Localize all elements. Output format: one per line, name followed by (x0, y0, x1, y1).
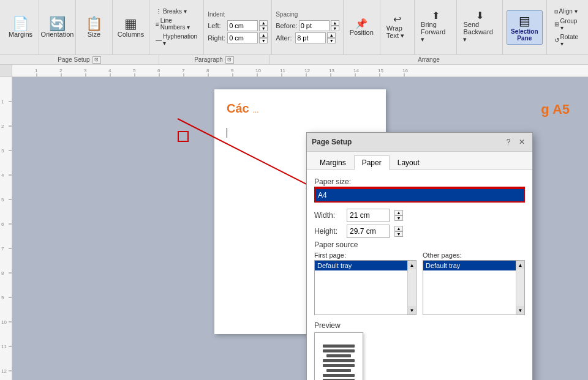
columns-button[interactable]: ▦ Columns (115, 16, 146, 39)
other-pages-scrollbar[interactable]: ▲ ▼ (516, 261, 524, 315)
first-page-scroll-up[interactable]: ▲ (408, 261, 416, 269)
spacing-after-spinner[interactable]: ▲ ▼ (327, 32, 336, 43)
hyphenation-button[interactable]: — Hyphenation ▾ (153, 32, 200, 47)
preview-line-6 (326, 369, 351, 372)
orientation-button[interactable]: 🔄 Orientation (39, 16, 77, 39)
width-up[interactable]: ▲ (394, 210, 403, 215)
tab-paper[interactable]: Paper (354, 155, 390, 170)
svg-text:13: 13 (329, 68, 334, 73)
spacing-before-down[interactable]: ▼ (331, 26, 339, 31)
position-label: Position (350, 29, 374, 36)
position-section: 📌 Position (344, 0, 380, 54)
selection-pane-button[interactable]: ▤ Selection Pane (507, 10, 542, 45)
indent-left-input[interactable] (227, 20, 258, 31)
spacing-before-input[interactable] (299, 20, 330, 31)
svg-text:1: 1 (1, 99, 4, 105)
first-page-listbox[interactable]: Default tray ▲ ▼ (314, 260, 417, 315)
paper-size-select-wrapper: A4 A3 A5 Letter Legal (314, 188, 525, 203)
rotate-button[interactable]: ↺ Rotate ▾ (552, 33, 581, 48)
spacing-before-spinner[interactable]: ▲ ▼ (331, 20, 339, 31)
dialog-help-button[interactable]: ? (503, 136, 514, 147)
other-pages-scroll-down[interactable]: ▼ (516, 306, 524, 315)
paper-size-select[interactable]: A4 A3 A5 Letter Legal (314, 188, 525, 203)
other-pages-scroll-up[interactable]: ▲ (516, 261, 524, 269)
height-row: Height: ▲ ▼ (314, 225, 525, 238)
svg-text:11: 11 (1, 344, 7, 349)
margins-button[interactable]: 📄 Margins (6, 16, 35, 39)
indent-right-down[interactable]: ▼ (259, 38, 268, 43)
toolbar: 📄 Margins 🔄 Orientation 📋 Size ▦ Columns… (0, 0, 588, 55)
first-page-item[interactable]: Default tray (315, 261, 416, 270)
other-pages-item[interactable]: Default tray (423, 261, 524, 270)
first-page-scrollbar[interactable]: ▲ ▼ (407, 261, 416, 315)
width-down[interactable]: ▼ (394, 215, 403, 221)
position-icon: 📌 (355, 19, 368, 29)
svg-text:7: 7 (182, 68, 185, 73)
spacing-before-up[interactable]: ▲ (331, 20, 339, 26)
tab-margins[interactable]: Margins (312, 155, 354, 170)
align-button[interactable]: ⧈ Align ▾ (552, 7, 581, 16)
dialog-tabs: Margins Paper Layout (307, 152, 532, 170)
spacing-after-up[interactable]: ▲ (327, 32, 336, 38)
preview-line-5 (323, 364, 355, 367)
height-spinner[interactable]: ▲ ▼ (394, 226, 403, 237)
position-button[interactable]: 📌 Position (347, 18, 376, 37)
rotate-icon: ↺ (554, 37, 559, 43)
svg-text:12: 12 (304, 68, 310, 73)
paragraph-expander[interactable]: ⊡ (225, 56, 234, 64)
wrap-section: ↩ Wrap Text ▾ (380, 0, 415, 54)
width-row: Width: ▲ ▼ (314, 209, 525, 222)
height-input[interactable] (347, 225, 390, 238)
first-page-col: First page: Default tray ▲ ▼ (314, 251, 417, 315)
breaks-button[interactable]: ⋮ Breaks ▾ (153, 7, 200, 15)
doc-text-row: Các ... (227, 102, 374, 116)
dialog-close-button[interactable]: ✕ (516, 136, 527, 147)
send-backward-button[interactable]: ⬇ Send Backward ▾ (461, 10, 499, 45)
align-icon: ⧈ (554, 8, 558, 15)
preview-line-4 (323, 359, 355, 362)
page-setup-expander[interactable]: ⊡ (92, 56, 101, 64)
preview-section: Preview (314, 321, 525, 380)
svg-text:1: 1 (35, 68, 38, 73)
width-spinner[interactable]: ▲ ▼ (394, 210, 403, 221)
breaks-section: ⋮ Breaks ▾ ≡ Line Numbers ▾ — Hyphenatio… (149, 0, 204, 54)
paragraph-expander-highlight (178, 131, 189, 142)
preview-label: Preview (314, 321, 525, 330)
svg-rect-0 (12, 65, 588, 77)
group-button[interactable]: ⊞ Group ▾ (552, 17, 581, 32)
dialog-controls: ? ✕ (503, 136, 527, 147)
indent-right-up[interactable]: ▲ (259, 32, 268, 38)
other-pages-listbox[interactable]: Default tray ▲ ▼ (423, 260, 525, 315)
height-down[interactable]: ▼ (394, 231, 403, 237)
svg-text:6: 6 (157, 68, 160, 73)
toolbar-group-size: 📋 Size (76, 0, 113, 54)
indent-left-spinner[interactable]: ▲ ▼ (259, 20, 268, 31)
selection-pane-section: ▤ Selection Pane (503, 0, 546, 54)
indent-left-up[interactable]: ▲ (259, 20, 268, 26)
ruler-h-svg: (function(){ var svg = document.currentS… (12, 65, 588, 77)
width-input[interactable] (347, 209, 390, 222)
indent-left-down[interactable]: ▼ (259, 26, 268, 31)
height-up[interactable]: ▲ (394, 226, 403, 231)
line-numbers-button[interactable]: ≡ Line Numbers ▾ (153, 17, 200, 31)
svg-text:7: 7 (1, 246, 4, 251)
svg-text:12: 12 (1, 368, 7, 374)
svg-text:2: 2 (59, 68, 62, 73)
size-button[interactable]: 📋 Size (83, 16, 105, 39)
tab-layout[interactable]: Layout (390, 155, 428, 170)
arrange-section: ⧈ Align ▾ ⊞ Group ▾ ↺ Rotate ▾ (547, 0, 586, 54)
spacing-after-input[interactable] (295, 32, 326, 43)
toolbar-group-columns: ▦ Columns (113, 0, 149, 54)
spacing-after-down[interactable]: ▼ (327, 38, 336, 43)
bring-forward-section: ⬆ Bring Forward ▾ (415, 0, 457, 54)
indent-right-input[interactable] (227, 32, 258, 43)
breaks-icon: ⋮ (156, 8, 162, 15)
wrap-button[interactable]: ↩ Wrap Text ▾ (384, 13, 410, 41)
svg-text:4: 4 (1, 173, 4, 178)
send-backward-label: Send Backward ▾ (463, 21, 496, 43)
bring-forward-button[interactable]: ⬆ Bring Forward ▾ (418, 10, 453, 45)
selection-pane-label: Selection Pane (511, 28, 538, 42)
first-page-scroll-down[interactable]: ▼ (408, 306, 416, 315)
margins-label: Margins (9, 31, 32, 38)
indent-right-spinner[interactable]: ▲ ▼ (259, 32, 268, 43)
